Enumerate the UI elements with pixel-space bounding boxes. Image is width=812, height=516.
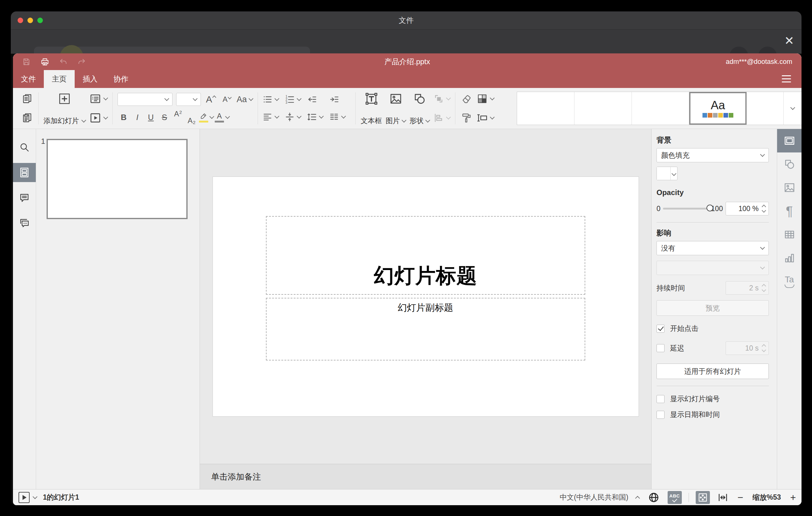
- paste-icon[interactable]: [21, 110, 33, 125]
- close-icon[interactable]: ✕: [784, 35, 794, 47]
- increase-font-icon[interactable]: A: [205, 92, 217, 107]
- copy-icon[interactable]: [21, 91, 33, 107]
- image-group[interactable]: 图片: [384, 90, 408, 126]
- font-size-combo[interactable]: [176, 93, 201, 106]
- effect-select[interactable]: 没有: [657, 241, 769, 255]
- effect-type-select[interactable]: [657, 261, 769, 275]
- theme-colors-icon[interactable]: [476, 91, 494, 107]
- start-slideshow-button[interactable]: [19, 492, 30, 503]
- table-settings-icon[interactable]: [777, 223, 802, 246]
- vertical-align-button[interactable]: [285, 112, 301, 122]
- minimize-traffic-light[interactable]: [27, 18, 33, 23]
- opacity-spinner[interactable]: 100 %: [726, 202, 769, 216]
- text-art-settings-icon[interactable]: Ta: [777, 270, 802, 293]
- slide-settings-icon[interactable]: [777, 129, 802, 152]
- fit-to-width-icon[interactable]: [717, 492, 728, 503]
- apply-to-all-slides-button[interactable]: 适用于所有幻灯片: [657, 364, 769, 379]
- bullet-list-button[interactable]: [262, 94, 279, 105]
- slide-layout-icon[interactable]: [89, 91, 107, 107]
- slide-size-icon[interactable]: [476, 110, 494, 125]
- slide[interactable]: 幻灯片标题 幻灯片副标题: [212, 176, 639, 417]
- show-slide-number-checkbox[interactable]: [657, 395, 665, 403]
- decrease-font-icon[interactable]: A: [221, 92, 233, 107]
- spell-check-toggle[interactable]: ABC: [668, 491, 682, 504]
- slide-thumbnails-panel: 1: [36, 129, 200, 489]
- font-color-button[interactable]: A: [215, 110, 229, 125]
- chat-icon[interactable]: [13, 213, 36, 233]
- zoom-in-button[interactable]: +: [790, 492, 796, 503]
- slides-panel-icon[interactable]: [13, 163, 36, 182]
- text-box-group[interactable]: 文本框: [359, 90, 384, 126]
- start-on-click-checkbox[interactable]: [657, 325, 665, 333]
- theme-option[interactable]: [747, 92, 784, 125]
- notes-area[interactable]: 单击添加备注: [200, 464, 651, 489]
- fit-to-slide-toggle[interactable]: [696, 491, 710, 504]
- tab-file[interactable]: 文件: [13, 70, 44, 88]
- save-icon[interactable]: [22, 58, 31, 66]
- line-spacing-button[interactable]: [307, 112, 323, 122]
- preview-button[interactable]: 预览: [657, 300, 769, 316]
- align-shape-icon[interactable]: [433, 110, 450, 125]
- add-slide-group[interactable]: 添加幻灯片: [42, 90, 87, 126]
- title-placeholder[interactable]: 幻灯片标题: [266, 216, 585, 295]
- theme-option[interactable]: [632, 92, 689, 125]
- tab-insert[interactable]: 插入: [75, 70, 106, 88]
- background-color-select[interactable]: [657, 167, 677, 180]
- zoom-traffic-light[interactable]: [37, 18, 43, 23]
- paragraph-settings-icon[interactable]: ¶: [777, 199, 802, 223]
- menu-icon[interactable]: [782, 75, 791, 82]
- image-settings-icon[interactable]: [777, 176, 802, 199]
- search-icon[interactable]: [13, 138, 36, 157]
- slide-thumbnail[interactable]: [47, 139, 187, 219]
- redo-icon[interactable]: [78, 58, 86, 66]
- horizontal-align-button[interactable]: [262, 112, 279, 122]
- show-slide-number-row: 显示幻灯片编号: [657, 394, 769, 404]
- chart-settings-icon[interactable]: [777, 246, 802, 270]
- opacity-slider[interactable]: [663, 208, 710, 209]
- theme-option[interactable]: [517, 92, 575, 125]
- change-case-letters: Aa: [237, 95, 247, 104]
- comments-icon[interactable]: [13, 188, 36, 207]
- opacity-slider-thumb[interactable]: [706, 205, 713, 211]
- copy-style-icon[interactable]: [460, 110, 473, 125]
- increase-indent-button[interactable]: [329, 94, 339, 105]
- subscript-button[interactable]: A 2: [185, 110, 198, 125]
- tab-collaboration[interactable]: 协作: [106, 70, 136, 88]
- document-language-icon[interactable]: [648, 492, 660, 503]
- underline-button[interactable]: U: [145, 110, 157, 125]
- clear-style-icon[interactable]: [460, 91, 473, 107]
- font-name-combo[interactable]: [118, 93, 172, 106]
- theme-gallery-expand-button[interactable]: [784, 92, 802, 125]
- delay-checkbox[interactable]: [657, 344, 665, 352]
- highlight-color-button[interactable]: [199, 110, 213, 125]
- italic-button[interactable]: I: [131, 110, 143, 125]
- strikeout-button[interactable]: S: [158, 110, 171, 125]
- duration-spinner[interactable]: 2 s: [726, 281, 769, 295]
- print-icon[interactable]: [40, 57, 49, 66]
- superscript-button[interactable]: A 2: [172, 110, 184, 125]
- close-traffic-light[interactable]: [18, 18, 23, 23]
- language-selector[interactable]: 中文(中华人民共和国): [560, 492, 639, 502]
- show-slide-number-label: 显示幻灯片编号: [670, 394, 720, 404]
- shape-group[interactable]: 形状: [408, 90, 431, 126]
- start-slideshow-icon[interactable]: [89, 110, 107, 125]
- delay-spinner[interactable]: 10 s: [726, 341, 769, 355]
- columns-button[interactable]: [329, 112, 345, 122]
- show-date-time-checkbox[interactable]: [657, 411, 665, 419]
- arrange-shape-icon[interactable]: [433, 91, 450, 107]
- shape-settings-icon[interactable]: [777, 152, 802, 176]
- window-title: 文件: [399, 16, 414, 25]
- backdrop-circle: [730, 47, 748, 54]
- tab-home[interactable]: 主页: [44, 70, 75, 88]
- background-fill-select[interactable]: 颜色填充: [657, 148, 769, 162]
- decrease-indent-button[interactable]: [307, 94, 317, 105]
- change-case-icon[interactable]: Aa: [237, 92, 253, 107]
- numbered-list-button[interactable]: 123: [285, 94, 301, 105]
- subtitle-placeholder[interactable]: 幻灯片副标题: [266, 298, 585, 361]
- preview-button-label: 预览: [705, 304, 720, 313]
- theme-option-selected[interactable]: Aa: [689, 92, 747, 125]
- zoom-out-button[interactable]: −: [738, 492, 744, 503]
- undo-icon[interactable]: [59, 58, 67, 66]
- bold-button[interactable]: B: [118, 110, 130, 125]
- theme-option[interactable]: [575, 92, 632, 125]
